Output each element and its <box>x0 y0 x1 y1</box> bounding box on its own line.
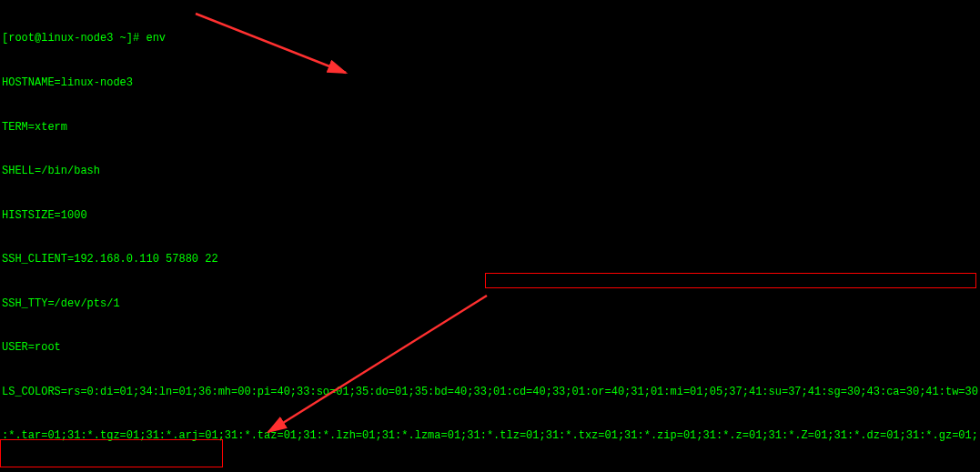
terminal-output: [root@linux-node3 ~]# env HOSTNAME=linux… <box>2 2 978 472</box>
env-line: HISTSIZE=1000 <box>2 208 978 223</box>
command-text: env <box>146 32 166 45</box>
env-line: SSH_CLIENT=192.168.0.110 57880 22 <box>2 252 978 266</box>
env-line: USER=root <box>2 340 978 355</box>
env-line: LS_COLORS=rs=0:di=01;34:ln=01;36:mh=00:p… <box>2 385 978 399</box>
env-line: TERM=xterm <box>2 120 978 135</box>
env-line: SSH_TTY=/dev/pts/1 <box>2 296 978 311</box>
prompt-line-1[interactable]: [root@linux-node3 ~]# env <box>2 31 978 45</box>
env-line: HOSTNAME=linux-node3 <box>2 75 978 90</box>
shell-prompt: [root@linux-node3 ~]# <box>2 32 146 45</box>
env-line: :*.tar=01;31:*.tgz=01;31:*.arj=01;31:*.t… <box>2 428 978 443</box>
env-line: SHELL=/bin/bash <box>2 164 978 178</box>
